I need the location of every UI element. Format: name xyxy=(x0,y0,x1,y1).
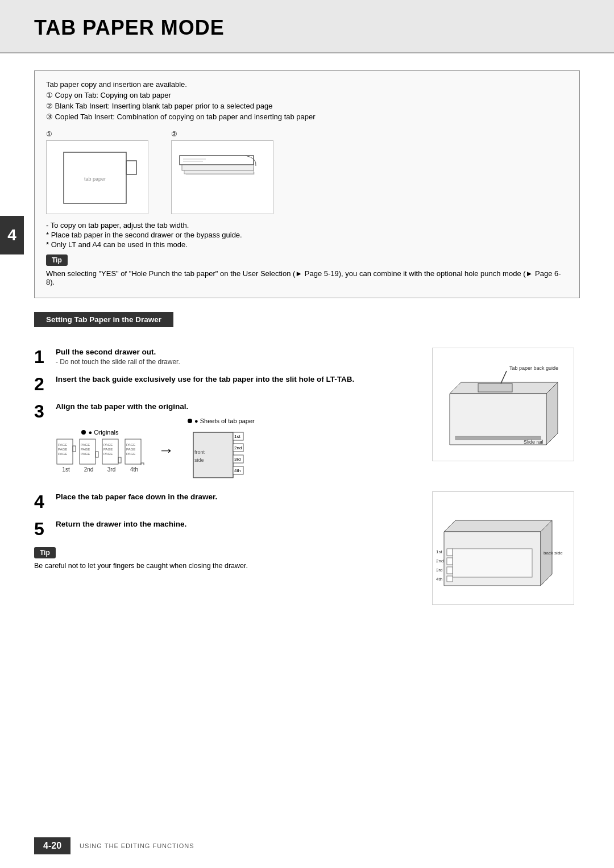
paper-1-svg: PAGE PAGE PAGE xyxy=(56,438,76,465)
intro-text: Tab paper copy and insertion are availab… xyxy=(46,80,568,89)
step-1-desc: - Do not touch the slide rail of the dra… xyxy=(56,358,415,366)
paper-4: PAGE PAGE PAGE 4th xyxy=(124,438,144,473)
svg-text:PAGE: PAGE xyxy=(58,452,67,456)
svg-rect-50 xyxy=(447,576,453,582)
step-4: 4 Place the tab paper face down in the d… xyxy=(34,493,415,511)
step-1: 1 Pull the second drawer out. - Do not t… xyxy=(34,348,415,366)
chapter-header: TAB PAPER MODE xyxy=(0,0,614,53)
originals-box: ● Originals PAGE xyxy=(56,429,144,473)
circle-2: ② xyxy=(46,102,53,110)
step-5-content: Return the drawer into the machine. xyxy=(56,520,415,530)
paper-1: PAGE PAGE PAGE 1st xyxy=(56,438,76,473)
paper-3-svg: PAGE PAGE PAGE xyxy=(101,438,122,465)
paper-1-label: 1st xyxy=(62,466,69,473)
item-2: ② Blank Tab Insert: Inserting blank tab … xyxy=(46,102,568,110)
svg-text:PAGE: PAGE xyxy=(103,452,113,456)
paper-4-svg: PAGE PAGE PAGE xyxy=(124,438,144,465)
svg-rect-46 xyxy=(453,549,532,577)
diagram-1-label: ① xyxy=(46,130,52,138)
circle-3: ③ xyxy=(46,112,53,121)
step-3-content: Align the tab paper with the original. ●… xyxy=(56,402,415,483)
svg-text:PAGE: PAGE xyxy=(126,443,135,446)
tab-sheets-svg: 1st 2nd 3rd 4th front side xyxy=(188,427,256,483)
step-5-number: 5 xyxy=(34,520,49,538)
svg-text:4th: 4th xyxy=(436,577,442,582)
svg-text:PAGE: PAGE xyxy=(126,448,135,451)
paper-2-svg: PAGE PAGE PAGE xyxy=(78,438,99,465)
svg-text:PAGE: PAGE xyxy=(103,448,113,451)
svg-text:front: front xyxy=(194,449,205,455)
circle-1: ① xyxy=(46,91,53,99)
diagram-2-container: ② xyxy=(171,130,273,214)
svg-text:1st: 1st xyxy=(234,434,240,439)
section-heading: Setting Tab Paper in the Drawer xyxy=(34,312,173,327)
step-3-title: Align the tab paper with the original. xyxy=(56,402,415,411)
arrow-right-icon: → xyxy=(158,441,174,460)
svg-rect-42 xyxy=(478,383,512,392)
paper-3-label: 3rd xyxy=(107,466,115,473)
svg-text:PAGE: PAGE xyxy=(58,448,67,451)
svg-text:PAGE: PAGE xyxy=(81,448,90,451)
chapter-title: TAB PAPER MODE xyxy=(34,16,225,39)
svg-text:side: side xyxy=(194,457,204,463)
steps-container: 1 Pull the second drawer out. - Do not t… xyxy=(34,348,580,607)
svg-text:3rd: 3rd xyxy=(234,457,241,462)
tab-sheets-text: ● Sheets of tab paper xyxy=(194,418,255,424)
tip-section-2: Tip Be careful not to let your fingers b… xyxy=(34,547,415,570)
svg-text:1st: 1st xyxy=(436,549,442,554)
step-1-title: Pull the second drawer out. xyxy=(56,348,415,356)
svg-text:4th: 4th xyxy=(234,468,240,473)
tab-sheets-box: ● Sheets of tab paper xyxy=(188,418,256,483)
svg-line-43 xyxy=(501,371,507,383)
paper-2-label: 2nd xyxy=(84,466,94,473)
step-1-number: 1 xyxy=(34,348,49,366)
step-4-content: Place the tab paper face down in the dra… xyxy=(56,493,415,503)
steps-right: Tab paper back guide Slide rail xyxy=(432,348,580,607)
svg-rect-29 xyxy=(193,432,233,478)
svg-text:PAGE: PAGE xyxy=(58,443,67,446)
bullet-2-icon xyxy=(188,419,192,423)
step-2-title: Insert the back guide exclusively use fo… xyxy=(56,375,415,383)
svg-rect-20 xyxy=(118,457,121,463)
step-2: 2 Insert the back guide exclusively use … xyxy=(34,375,415,393)
step-4-number: 4 xyxy=(34,493,49,511)
svg-text:2nd: 2nd xyxy=(436,558,443,564)
svg-rect-49 xyxy=(447,567,453,574)
diagram-1-container: ① tab paper xyxy=(46,130,148,214)
drawer-diagram-2: 1st 2nd 3rd 4th back side xyxy=(432,491,580,607)
svg-text:tab paper: tab paper xyxy=(84,176,106,182)
papers-row: PAGE PAGE PAGE 1st xyxy=(56,438,144,473)
section-heading-container: Setting Tab Paper in the Drawer xyxy=(34,312,580,337)
svg-rect-15 xyxy=(96,452,98,457)
tip-badge-2: Tip xyxy=(34,547,56,558)
svg-text:back side: back side xyxy=(544,550,563,556)
svg-rect-10 xyxy=(73,446,76,452)
note-2: * Place tab paper in the second drawer o… xyxy=(46,231,568,239)
drawer-diagram-2-svg: 1st 2nd 3rd 4th back side xyxy=(432,491,574,605)
svg-text:Tab paper back guide: Tab paper back guide xyxy=(509,365,558,371)
notes-list: - To copy on tab paper, adjust the tab w… xyxy=(46,221,568,249)
tip-text-1: When selecting "YES" of "Hole Punch the … xyxy=(46,269,568,286)
steps-left: 1 Pull the second drawer out. - Do not t… xyxy=(34,348,415,607)
diagram-2-label: ② xyxy=(171,130,177,138)
svg-text:3rd: 3rd xyxy=(436,567,443,573)
svg-text:PAGE: PAGE xyxy=(81,443,90,446)
side-chapter-number: 4 xyxy=(0,216,24,254)
diagrams-row: ① tab paper ② xyxy=(46,130,568,214)
step-3-number: 3 xyxy=(34,402,49,420)
main-content: Tab paper copy and insertion are availab… xyxy=(0,70,614,629)
tip-text-2: Be careful not to let your fingers be ca… xyxy=(34,562,415,570)
page-number: 4-20 xyxy=(34,837,70,854)
step-5-title: Return the drawer into the machine. xyxy=(56,520,415,528)
svg-text:PAGE: PAGE xyxy=(81,452,90,456)
step-3-diagrams: ● Originals PAGE xyxy=(56,418,415,483)
svg-text:2nd: 2nd xyxy=(234,445,242,450)
item-1: ① Copy on Tab: Copying on tab paper xyxy=(46,91,568,99)
diagram-1-svg: tab paper xyxy=(46,140,148,214)
step-2-number: 2 xyxy=(34,375,49,393)
tip-section-1: Tip When selecting "YES" of "Hole Punch … xyxy=(46,254,568,286)
svg-text:PAGE: PAGE xyxy=(103,443,113,446)
footer-text: USING THE EDITING FUNCTIONS xyxy=(80,842,194,849)
paper-4-label: 4th xyxy=(130,466,138,473)
svg-text:PAGE: PAGE xyxy=(126,452,135,456)
